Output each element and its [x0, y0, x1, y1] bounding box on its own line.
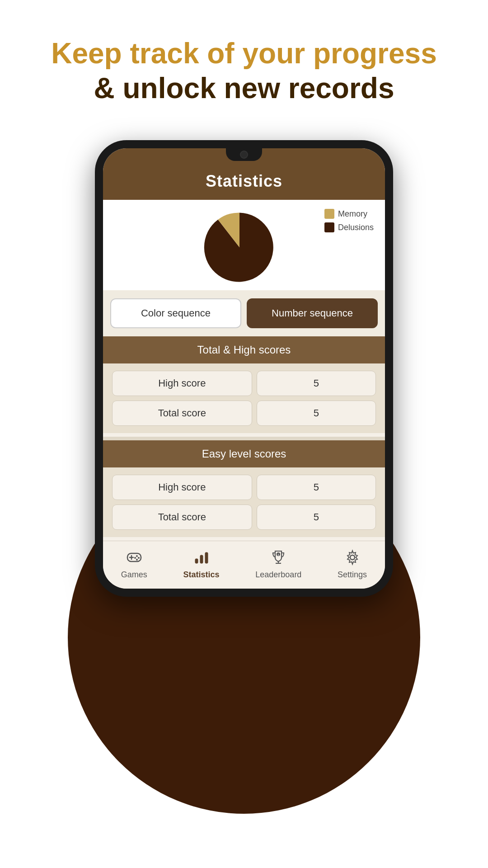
high-score-label-1: High score [112, 371, 252, 396]
legend-memory: Memory [324, 209, 374, 219]
tab-number-sequence-label: Number sequence [272, 307, 353, 319]
total-score-row-1: Total score 5 [112, 401, 376, 426]
nav-games[interactable]: Games [121, 547, 147, 580]
high-score-row-2: High score 5 [112, 475, 376, 500]
phone-outer-frame: Statistics Memory [95, 140, 393, 597]
legend-delusions-color [324, 222, 334, 232]
page-header: Keep track of your progress & unlock new… [0, 0, 488, 124]
nav-settings-label: Settings [338, 570, 367, 580]
total-score-value-2: 5 [257, 505, 376, 530]
total-score-label-1: Total score [112, 401, 252, 426]
svg-point-4 [138, 557, 140, 559]
high-score-label-2: High score [112, 475, 252, 500]
svg-point-6 [136, 559, 138, 561]
high-score-row-1: High score 5 [112, 371, 376, 396]
header-highlight: progress [313, 37, 437, 70]
svg-point-14 [350, 555, 355, 560]
svg-point-5 [134, 557, 136, 559]
phone-mockup: Statistics Memory [95, 140, 393, 597]
gamepad-icon [124, 547, 144, 567]
settings-icon [343, 547, 362, 567]
nav-settings[interactable]: Settings [338, 547, 367, 580]
easy-level-scores-header: Easy level scores [103, 440, 385, 467]
phone-notch [226, 148, 262, 161]
header-text: Keep track of your [51, 37, 313, 70]
nav-leaderboard[interactable]: 1 Leaderboard [255, 547, 301, 580]
tab-number-sequence[interactable]: Number sequence [247, 298, 378, 328]
legend-memory-label: Memory [338, 209, 367, 219]
bottom-nav: Games Statistics [103, 541, 385, 589]
separator [103, 437, 385, 440]
pie-chart [201, 209, 278, 286]
legend-delusions: Delusions [324, 222, 374, 232]
svg-rect-9 [205, 552, 208, 563]
phone-screen: Statistics Memory [103, 148, 385, 589]
header-line1: Keep track of your progress [27, 36, 461, 71]
tab-color-sequence-label: Color sequence [141, 307, 211, 319]
leaderboard-icon: 1 [268, 547, 288, 567]
high-score-value-2: 5 [257, 475, 376, 500]
total-score-row-2: Total score 5 [112, 505, 376, 530]
svg-point-3 [136, 555, 138, 557]
total-high-scores-header: Total & High scores [103, 336, 385, 363]
svg-rect-7 [195, 559, 198, 563]
legend-memory-color [324, 209, 334, 219]
total-high-scores-section: Total & High scores High score 5 Total s… [103, 336, 385, 433]
tabs-row: Color sequence Number sequence [103, 290, 385, 336]
legend-delusions-label: Delusions [338, 223, 374, 232]
phone-camera [240, 151, 248, 159]
total-high-scores-body: High score 5 Total score 5 [103, 363, 385, 433]
nav-statistics[interactable]: Statistics [183, 547, 220, 580]
header-line2: & unlock new records [27, 71, 461, 106]
pie-chart-section: Memory Delusions [103, 200, 385, 290]
stats-icon [192, 547, 211, 567]
total-score-value-1: 5 [257, 401, 376, 426]
pie-legend: Memory Delusions [324, 209, 374, 232]
easy-level-scores-section: Easy level scores High score 5 Total sco… [103, 440, 385, 537]
nav-leaderboard-label: Leaderboard [255, 570, 301, 580]
svg-rect-8 [200, 555, 203, 563]
high-score-value-1: 5 [257, 371, 376, 396]
easy-level-scores-body: High score 5 Total score 5 [103, 467, 385, 537]
total-score-label-2: Total score [112, 505, 252, 530]
nav-statistics-label: Statistics [183, 570, 220, 580]
app-title: Statistics [112, 172, 376, 191]
nav-games-label: Games [121, 570, 147, 580]
tab-color-sequence[interactable]: Color sequence [110, 298, 241, 328]
